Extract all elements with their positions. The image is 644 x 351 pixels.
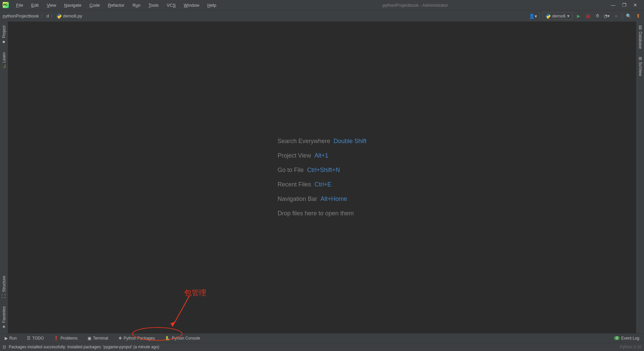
menu-navigate[interactable]: Navigate bbox=[61, 2, 85, 9]
welcome-label: Project View bbox=[277, 152, 311, 159]
welcome-label: Recent Files bbox=[277, 181, 311, 188]
database-tab[interactable]: 🗄 Database bbox=[636, 21, 644, 53]
sciview-tab[interactable]: ⊞ SciView bbox=[636, 53, 644, 80]
main-layout: ■ Project 🎓 Learn ⛶ Structure ★ Favorite… bbox=[0, 21, 644, 333]
window-title: pythonProjectbook - Administrator bbox=[221, 3, 609, 8]
status-message: Packages installed successfully: Install… bbox=[9, 345, 159, 349]
event-count-badge: 2 bbox=[614, 336, 620, 340]
play-icon: ▶ bbox=[5, 336, 8, 341]
structure-tab[interactable]: ⛶ Structure bbox=[0, 272, 8, 302]
left-sidebar: ■ Project 🎓 Learn ⛶ Structure ★ Favorite… bbox=[0, 21, 8, 333]
chevron-icon: 〉 bbox=[51, 13, 55, 19]
annotation-circle bbox=[132, 327, 182, 341]
annotation-arrow-icon bbox=[169, 295, 193, 330]
stop-button[interactable]: ■ bbox=[613, 13, 620, 18]
project-tab[interactable]: ■ Project bbox=[0, 21, 8, 48]
welcome-shortcut: Double Shift bbox=[334, 138, 367, 144]
menu-window[interactable]: Window bbox=[180, 2, 203, 9]
learn-tab[interactable]: 🎓 Learn bbox=[0, 48, 8, 74]
app-icon bbox=[3, 2, 9, 8]
menu-code[interactable]: Code bbox=[86, 2, 103, 9]
welcome-shortcut: Ctrl+E bbox=[314, 181, 331, 188]
run-coverage-button[interactable]: ⥁ bbox=[594, 13, 601, 18]
menu-help[interactable]: Help bbox=[204, 2, 220, 9]
status-icon[interactable]: ⊡ bbox=[3, 345, 6, 349]
breadcrumb-file[interactable]: demo6.py bbox=[63, 13, 82, 18]
update-icon[interactable]: ⬆ bbox=[635, 13, 641, 19]
search-icon[interactable]: 🔍 bbox=[625, 13, 632, 18]
user-icon[interactable]: 👤▾ bbox=[529, 13, 537, 19]
chevron-icon: 〉 bbox=[41, 13, 45, 19]
menu-edit[interactable]: Edit bbox=[28, 2, 42, 9]
menu-tools[interactable]: Tools bbox=[145, 2, 162, 9]
navigation-bar: pythonProjectbook 〉 d 〉 demo6.py 👤▾ demo… bbox=[0, 10, 644, 21]
problems-tool[interactable]: ❗Problems bbox=[52, 335, 79, 342]
minimize-button[interactable]: — bbox=[611, 2, 615, 8]
menu-file[interactable]: File bbox=[13, 2, 26, 9]
breadcrumb-folder[interactable]: d bbox=[47, 13, 49, 18]
svg-line-0 bbox=[172, 296, 189, 326]
problems-icon: ❗ bbox=[54, 336, 59, 341]
right-sidebar: 🗄 Database ⊞ SciView bbox=[636, 21, 644, 333]
bottom-tool-bar: ▶Run ☰TODO ❗Problems ▣Terminal ❖Python P… bbox=[0, 333, 644, 343]
welcome-shortcut: Alt+1 bbox=[314, 152, 328, 159]
debug-button[interactable]: 🐞 bbox=[585, 13, 591, 18]
python-version[interactable]: Python 3.10 bbox=[620, 345, 641, 349]
packages-icon: ❖ bbox=[118, 336, 122, 341]
menu-refactor[interactable]: Refactor bbox=[105, 2, 128, 9]
python-icon bbox=[546, 14, 550, 18]
python-file-icon bbox=[57, 14, 61, 18]
welcome-shortcut: Alt+Home bbox=[321, 195, 347, 202]
welcome-label: Search Everywhere bbox=[277, 138, 330, 144]
welcome-shortcut: Ctrl+Shift+N bbox=[307, 167, 340, 173]
run-tool[interactable]: ▶Run bbox=[3, 335, 19, 342]
breadcrumb-root[interactable]: pythonProjectbook bbox=[3, 13, 39, 18]
run-config-name: demo6 bbox=[552, 13, 566, 18]
welcome-label: Go to File bbox=[277, 167, 304, 173]
dropdown-icon: ▾ bbox=[567, 13, 570, 18]
maximize-button[interactable]: ❐ bbox=[622, 2, 627, 8]
welcome-screen: Search EverywhereDouble Shift Project Vi… bbox=[277, 130, 366, 224]
terminal-tool[interactable]: ▣Terminal bbox=[86, 335, 110, 342]
menu-vcs[interactable]: VCS bbox=[163, 2, 179, 9]
menu-run[interactable]: Run bbox=[129, 2, 144, 9]
divider bbox=[622, 13, 623, 19]
title-bar: File Edit View Navigate Code Refactor Ru… bbox=[0, 0, 644, 10]
breadcrumb: pythonProjectbook 〉 d 〉 demo6.py bbox=[3, 13, 529, 19]
favorites-tab[interactable]: ★ Favorites bbox=[0, 302, 8, 333]
profile-button[interactable]: ◔▾ bbox=[603, 13, 610, 18]
todo-tool[interactable]: ☰TODO bbox=[25, 335, 46, 342]
event-log-tool[interactable]: 2Event Log bbox=[612, 335, 641, 342]
welcome-drop-hint: Drop files here to open them bbox=[277, 210, 354, 217]
editor-area[interactable]: Search EverywhereDouble Shift Project Vi… bbox=[8, 21, 636, 333]
welcome-label: Navigation Bar bbox=[277, 195, 317, 202]
terminal-icon: ▣ bbox=[88, 336, 91, 341]
run-config-selector[interactable]: demo6 ▾ bbox=[543, 12, 573, 20]
svg-marker-1 bbox=[170, 321, 175, 326]
divider bbox=[540, 13, 540, 19]
todo-icon: ☰ bbox=[27, 336, 31, 341]
run-button[interactable]: ▶ bbox=[575, 13, 582, 18]
status-bar: ⊡ Packages installed successfully: Insta… bbox=[0, 343, 644, 351]
close-button[interactable]: ✕ bbox=[633, 2, 637, 8]
menu-view[interactable]: View bbox=[43, 2, 59, 9]
